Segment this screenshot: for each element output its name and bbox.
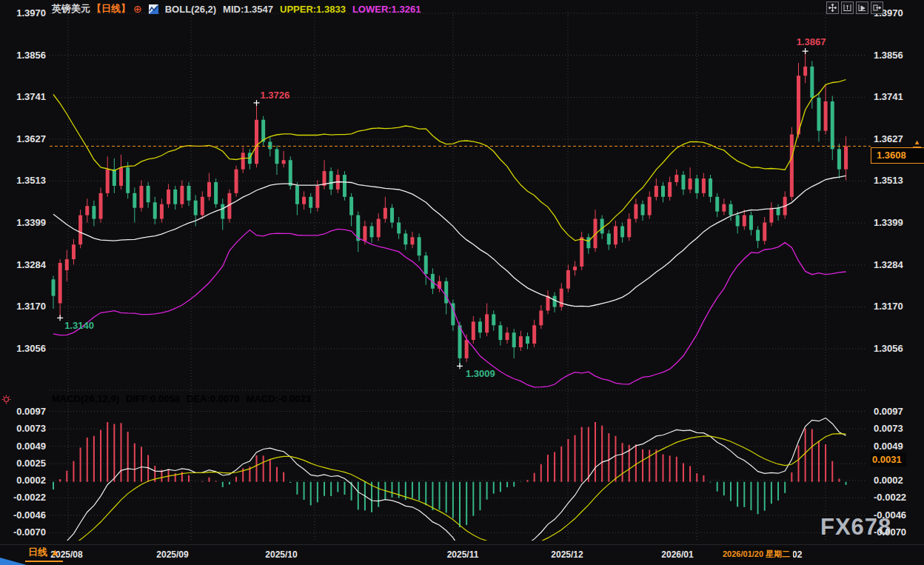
extreme-cross-marker (457, 363, 463, 369)
crosshair-date-tag: 2026/01/20 星期二 (720, 547, 793, 561)
macd-histogram (53, 422, 846, 527)
macd-label: MACD(26,12,9) (52, 393, 119, 404)
extreme-cross-marker (803, 48, 808, 54)
current-price-tag: 1.3608 (871, 147, 924, 164)
extreme-price-label: 1.3726 (261, 90, 290, 101)
period-tag: 【日线】 (92, 2, 130, 16)
period-tab-label: 日线 (28, 546, 47, 558)
pan-icon[interactable] (826, 1, 839, 14)
chart-canvas[interactable]: 1.37261.38671.31401.3009 (0, 0, 924, 565)
corner-logo-wedge (0, 558, 27, 565)
macd-diff-value: DIFF:0.0058 (126, 393, 180, 404)
boll-upper-value: UPPER:1.3833 (280, 4, 346, 15)
symbol-name: 英镑美元 (52, 2, 90, 16)
boll-label: BOLL(26,2) (165, 4, 216, 15)
panel-marker-icon (1, 394, 11, 407)
fit-y-axis-icon[interactable] (841, 1, 854, 14)
chart-header: 英镑美元 【日线】 ⊕ BOLL(26,2) MID:1.3547 UPPER:… (52, 2, 421, 16)
macd-macd-value: MACD:-0.0023 (247, 393, 311, 404)
chart-window: 1.37261.38671.31401.3009 英镑美元 【日线】 ⊕ BOL… (0, 0, 924, 565)
boll-mid-value: MID:1.3547 (223, 4, 273, 15)
boll-lower-value: LOWER:1.3261 (352, 4, 421, 15)
extreme-price-label: 1.3140 (64, 320, 94, 331)
chart-toolbar (826, 1, 883, 14)
extreme-cross-marker (57, 315, 63, 321)
candles (52, 51, 848, 366)
date-axis-divider (0, 544, 924, 545)
macd-dea-value: DEA:0.0070 (187, 393, 240, 404)
extreme-price-label: 1.3009 (466, 368, 495, 379)
autoplay-scale-icon[interactable] (856, 1, 868, 14)
goto-latest-icon[interactable] (871, 1, 883, 14)
price-alert-arrow-icon[interactable]: ▲ (913, 139, 921, 148)
add-indicator-icon[interactable]: ⊕ (133, 3, 142, 15)
macd-header: MACD(26,12,9) DIFF:0.0058 DEA:0.0070 MAC… (52, 393, 311, 404)
extreme-cross-marker (254, 100, 260, 106)
extreme-price-label: 1.3867 (797, 36, 826, 47)
indicator-chart-icon (149, 4, 158, 14)
watermark: FX678 (820, 514, 891, 541)
period-tab-arrow-icon: ▲ (50, 546, 60, 558)
current-macd-tag: 0.0031 (871, 452, 906, 467)
period-tab-daily[interactable]: 日线 ▲ (25, 546, 63, 562)
